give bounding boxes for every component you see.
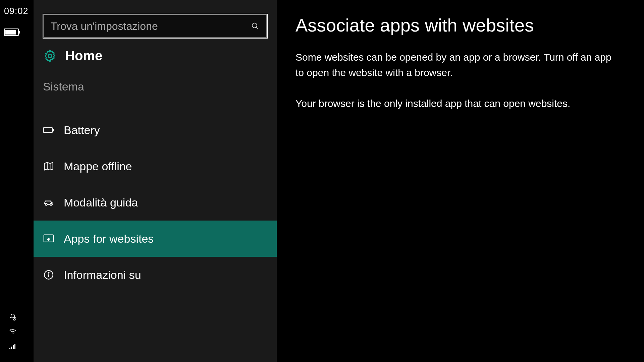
sidebar-item-driving-mode[interactable]: Modalità guida	[34, 184, 277, 221]
svg-rect-10	[53, 129, 54, 131]
sidebar-item-label: Informazioni su	[64, 268, 141, 282]
svg-rect-9	[43, 128, 52, 132]
sidebar-section-title: Sistema	[34, 71, 277, 103]
svg-point-6	[252, 23, 257, 28]
search-icon	[251, 22, 260, 31]
cellular-signal-icon	[9, 343, 17, 352]
map-icon	[43, 161, 54, 172]
sidebar-item-label: Mappe offline	[64, 160, 132, 173]
sidebar-item-label: Modalità guida	[64, 196, 138, 209]
svg-point-11	[45, 203, 47, 205]
svg-point-8	[48, 54, 52, 58]
sidebar-item-about[interactable]: Informazioni su	[34, 257, 277, 293]
settings-sidebar: Home Sistema Battery Mappe offline	[0, 0, 277, 362]
content-paragraph-2: Your browser is the only installed app t…	[296, 96, 621, 111]
battery-icon	[43, 124, 54, 136]
content-paragraph-1: Some websites can be opened by an app or…	[296, 50, 621, 80]
status-clock: 09:02	[4, 6, 34, 16]
sidebar-item-label: Apps for websites	[64, 232, 154, 245]
battery-large-icon	[4, 28, 19, 36]
svg-point-12	[50, 203, 52, 205]
svg-rect-2	[9, 348, 10, 349]
sidebar-item-apps-for-websites[interactable]: Apps for websites	[34, 221, 277, 257]
svg-rect-3	[11, 347, 12, 349]
settings-content: Associate apps with websites Some websit…	[277, 0, 644, 362]
search-input-wrapper[interactable]	[43, 14, 267, 38]
svg-point-16	[48, 272, 49, 273]
svg-line-1	[13, 318, 15, 320]
svg-line-7	[256, 27, 258, 29]
gear-icon	[43, 49, 57, 63]
info-icon	[43, 269, 54, 281]
sidebar-item-offline-maps[interactable]: Mappe offline	[34, 148, 277, 184]
svg-rect-4	[13, 345, 14, 349]
wifi-icon	[9, 328, 17, 337]
home-label: Home	[65, 48, 102, 63]
search-input[interactable]	[51, 20, 239, 33]
page-title: Associate apps with websites	[296, 15, 621, 36]
car-icon	[43, 197, 54, 208]
status-bar: 09:02	[0, 0, 34, 362]
sidebar-item-home[interactable]: Home	[34, 38, 277, 71]
notification-quiet-icon	[9, 313, 17, 322]
apps-websites-icon	[43, 233, 54, 244]
sidebar-nav-list: Battery Mappe offline Modalità guida	[34, 112, 277, 293]
svg-rect-5	[14, 344, 15, 349]
sidebar-item-label: Battery	[64, 124, 100, 137]
sidebar-item-battery[interactable]: Battery	[34, 112, 277, 148]
